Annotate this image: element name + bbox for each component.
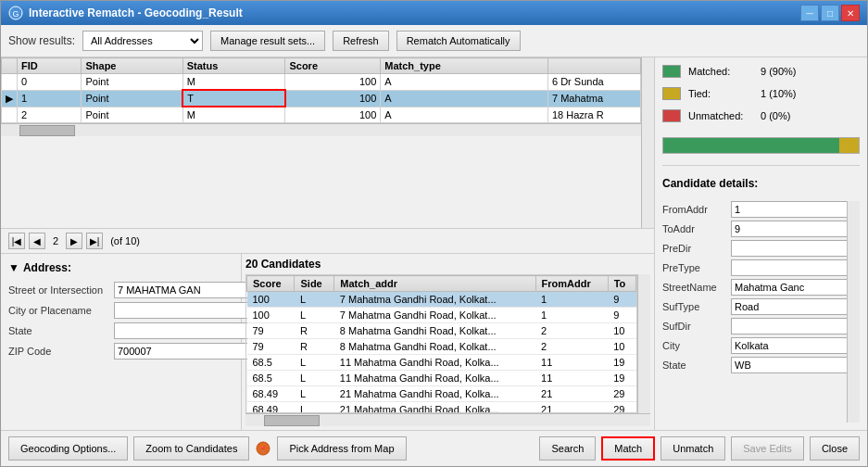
detail-label-toaddr: ToAddr — [662, 223, 727, 234]
prev-page-button[interactable]: ◀ — [29, 233, 45, 249]
candidates-header: Score Side Match_addr FromAddr To — [247, 276, 636, 292]
col-match-addr: Match_addr — [334, 276, 535, 292]
right-panel: Matched: 9 (90%) Tied: 1 (10%) Unmatched… — [654, 57, 867, 430]
street-label: Street or Intersection — [8, 284, 110, 296]
unmatched-value: 0 (0%) — [761, 110, 790, 121]
hscroll-thumb[interactable] — [19, 125, 75, 136]
detail-row-predir: PreDir — [662, 240, 847, 257]
cell-status: M — [182, 74, 285, 91]
zip-input[interactable] — [114, 343, 249, 360]
col-indicator — [2, 58, 18, 74]
cand-from: 21 — [535, 386, 608, 402]
cand-from: 2 — [535, 339, 608, 355]
detail-value-sufdir[interactable] — [731, 318, 847, 334]
cand-score: 79 — [247, 323, 295, 339]
candidate-row[interactable]: 79 R 8 Mahatma Gandhi Road, Kolkat... 2 … — [247, 339, 636, 355]
candidates-title: 20 Candidates — [245, 258, 650, 271]
city-input[interactable] — [114, 302, 249, 319]
next-page-button[interactable]: ▶ — [66, 233, 82, 249]
cand-score: 68.5 — [247, 371, 295, 386]
minimize-button[interactable]: ─ — [800, 5, 819, 21]
table-row[interactable]: ▶ 1 Point T 100 A 7 Mahatma — [2, 90, 641, 107]
title-bar-controls: ─ □ ✕ — [800, 5, 860, 21]
candidates-hscroll[interactable] — [245, 413, 650, 426]
row-indicator-cell — [2, 74, 18, 91]
cand-side: L — [295, 308, 334, 323]
pick-address-button[interactable]: Pick Address from Map — [277, 436, 406, 461]
match-button[interactable]: Match — [601, 436, 655, 461]
cell-score: 100 — [285, 90, 381, 107]
detail-label-fromaddr: FromAddr — [662, 204, 727, 215]
col-to: To — [608, 276, 635, 292]
first-page-button[interactable]: |◀ — [8, 233, 25, 249]
detail-row-city: City — [662, 337, 847, 354]
candidate-row[interactable]: 68.5 L 11 Mahatma Gandhi Road, Kolka... … — [247, 371, 636, 386]
detail-value-pretype[interactable] — [731, 259, 847, 276]
close-button[interactable]: Close — [810, 436, 860, 461]
lower-section: ▼ Address: Street or Intersection City o… — [1, 254, 654, 430]
detail-value-city[interactable] — [731, 337, 847, 354]
geocoding-options-button[interactable]: Geocoding Options... — [8, 436, 128, 461]
title-bar-left: G Interactive Rematch - Geocoding_Result — [8, 6, 243, 20]
cand-side: R — [295, 339, 334, 355]
search-button[interactable]: Search — [539, 436, 596, 461]
candidate-row[interactable]: 79 R 8 Mahatma Gandhi Road, Kolkat... 2 … — [247, 323, 636, 339]
cell-addr: 7 Mahatma — [548, 90, 641, 107]
detail-value-streetname[interactable] — [731, 279, 847, 296]
window-close-button[interactable]: ✕ — [841, 5, 860, 21]
candidates-vscroll[interactable] — [637, 274, 650, 413]
cand-addr: 11 Mahatma Gandhi Road, Kolka... — [334, 371, 535, 386]
show-results-label: Show results: — [8, 34, 75, 47]
candidate-row[interactable]: 68.49 L 21 Mahatma Gandhi Road, Kolka...… — [247, 402, 636, 414]
matched-value: 9 (90%) — [761, 66, 797, 77]
detail-value-fromaddr[interactable] — [731, 201, 847, 218]
rematch-automatically-button[interactable]: Rematch Automatically — [396, 31, 521, 51]
results-table: FID Shape Status Score Match_type — [1, 57, 641, 123]
show-results-select[interactable]: All Addresses — [82, 31, 203, 51]
matched-bar — [663, 138, 839, 153]
detail-value-state[interactable] — [731, 357, 847, 373]
address-collapse-icon[interactable]: ▼ — [8, 261, 19, 274]
current-page: 2 — [49, 235, 62, 246]
refresh-button[interactable]: Refresh — [333, 31, 389, 51]
details-vscroll[interactable] — [847, 201, 860, 423]
cand-addr: 8 Mahatma Gandhi Road, Kolkat... — [334, 339, 535, 355]
table-row[interactable]: 0 Point M 100 A 6 Dr Sunda — [2, 74, 641, 91]
footer-bar: Geocoding Options... Zoom to Candidates … — [1, 430, 867, 466]
address-panel-title: ▼ Address: — [8, 261, 233, 274]
detail-label-state: State — [662, 360, 727, 371]
cand-hscroll-thumb[interactable] — [264, 415, 320, 426]
total-pages: (of 10) — [107, 235, 144, 246]
zoom-to-candidates-button[interactable]: Zoom to Candidates — [133, 436, 249, 461]
save-edits-button[interactable]: Save Edits — [731, 436, 804, 461]
candidate-row[interactable]: 100 L 7 Mahatma Gandhi Road, Kolkat... 1… — [247, 308, 636, 323]
manage-result-sets-button[interactable]: Manage result sets... — [210, 31, 325, 51]
cell-shape: Point — [82, 74, 182, 91]
table-row[interactable]: 2 Point M 100 A 18 Hazra R — [2, 107, 641, 123]
cand-score: 68.49 — [247, 386, 295, 402]
results-table-vscroll[interactable] — [641, 57, 654, 228]
cand-addr: 7 Mahatma Gandhi Road, Kolkat... — [334, 308, 535, 323]
cand-from: 2 — [535, 323, 608, 339]
detail-value-suftype[interactable] — [731, 298, 847, 315]
candidate-row[interactable]: 100 L 7 Mahatma Gandhi Road, Kolkat... 1… — [247, 292, 636, 308]
candidate-row[interactable]: 68.5 L 11 Mahatma Gandhi Road, Kolka... … — [247, 355, 636, 371]
main-content: FID Shape Status Score Match_type — [1, 57, 867, 430]
candidate-row[interactable]: 68.49 L 21 Mahatma Gandhi Road, Kolka...… — [247, 386, 636, 402]
address-field-state: State — [8, 322, 233, 339]
street-input[interactable] — [114, 282, 249, 298]
maximize-button[interactable]: □ — [821, 5, 839, 21]
candidates-table: Score Side Match_addr FromAddr To — [246, 275, 636, 413]
detail-value-predir[interactable] — [731, 240, 847, 257]
results-table-hscroll[interactable] — [1, 123, 641, 136]
state-input[interactable] — [114, 322, 249, 339]
city-label: City or Placename — [8, 305, 110, 316]
detail-value-toaddr[interactable] — [731, 221, 847, 237]
unmatch-button[interactable]: Unmatch — [660, 436, 725, 461]
title-bar: G Interactive Rematch - Geocoding_Result… — [1, 1, 867, 25]
detail-row-fromaddr: FromAddr — [662, 201, 847, 218]
last-page-button[interactable]: ▶| — [86, 233, 103, 249]
cand-to: 29 — [608, 386, 635, 402]
svg-text:G: G — [12, 9, 19, 19]
cand-addr: 7 Mahatma Gandhi Road, Kolkat... — [334, 292, 535, 308]
